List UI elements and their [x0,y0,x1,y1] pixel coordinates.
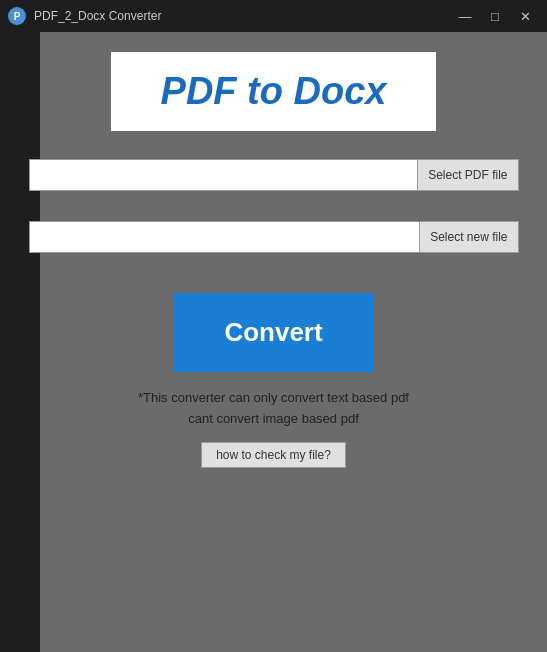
title-card: PDF to Docx [111,52,437,131]
info-line-2: cant convert image based pdf [138,409,409,430]
app-content: PDF to Docx Select PDF file Select new f… [29,52,519,468]
select-new-file-button[interactable]: Select new file [420,221,518,253]
window-title: PDF_2_Docx Converter [34,9,451,23]
minimize-button[interactable]: — [451,5,479,27]
pdf-file-input[interactable] [29,159,419,191]
pdf-file-row: Select PDF file [29,159,519,191]
maximize-button[interactable]: □ [481,5,509,27]
new-file-row: Select new file [29,221,519,253]
select-pdf-button[interactable]: Select PDF file [418,159,518,191]
info-line-1: *This converter can only convert text ba… [138,388,409,409]
app-icon: P [8,7,26,25]
close-button[interactable]: ✕ [511,5,539,27]
app-window: PDF to Docx Select PDF file Select new f… [0,32,547,652]
app-heading: PDF to Docx [161,70,387,112]
info-text: *This converter can only convert text ba… [138,388,409,430]
title-bar: P PDF_2_Docx Converter — □ ✕ [0,0,547,32]
new-file-input[interactable] [29,221,421,253]
help-button[interactable]: how to check my file? [201,442,346,468]
convert-button[interactable]: Convert [174,293,372,372]
window-controls: — □ ✕ [451,5,539,27]
